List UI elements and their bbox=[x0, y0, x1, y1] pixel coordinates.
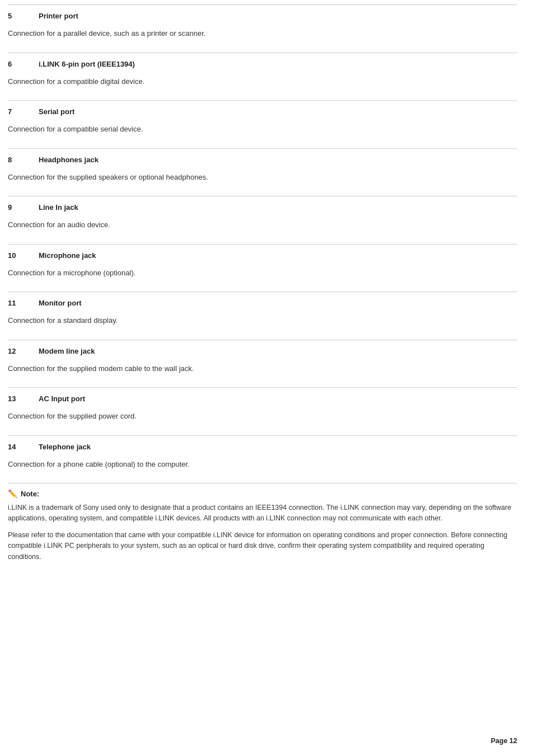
section-body-13: Connection for the supplied power cord. bbox=[8, 408, 517, 430]
section-header-12: 12 Modem line jack bbox=[8, 340, 517, 361]
section-body-8: Connection for the supplied speakers or … bbox=[8, 170, 517, 191]
section-10: 10 Microphone jack Connection for a micr… bbox=[8, 244, 517, 287]
section-number-7: 7 bbox=[8, 107, 39, 116]
section-8: 8 Headphones jack Connection for the sup… bbox=[8, 148, 517, 191]
section-title-13: AC Input port bbox=[39, 395, 85, 403]
section-body-11: Connection for a standard display. bbox=[8, 313, 517, 334]
section-number-11: 11 bbox=[8, 299, 39, 307]
note-section: ✏️ Note: i.LINK is a trademark of Sony u… bbox=[8, 483, 517, 562]
section-title-5: Printer port bbox=[39, 12, 78, 20]
section-6: 6 i.LINK 6-pin port (IEEE1394) Connectio… bbox=[8, 53, 517, 95]
sections-container: 5 Printer port Connection for a parallel… bbox=[8, 4, 517, 477]
section-9: 9 Line In jack Connection for an audio d… bbox=[8, 196, 517, 238]
section-body-14: Connection for a phone cable (optional) … bbox=[8, 457, 517, 478]
section-number-5: 5 bbox=[8, 12, 39, 20]
section-title-6: i.LINK 6-pin port (IEEE1394) bbox=[39, 60, 135, 68]
section-number-6: 6 bbox=[8, 60, 39, 68]
section-header-6: 6 i.LINK 6-pin port (IEEE1394) bbox=[8, 53, 517, 74]
section-number-14: 14 bbox=[8, 443, 39, 451]
section-header-10: 10 Microphone jack bbox=[8, 244, 517, 265]
note-label: Note: bbox=[21, 490, 39, 498]
section-number-9: 9 bbox=[8, 203, 39, 212]
section-header-8: 8 Headphones jack bbox=[8, 148, 517, 170]
section-header-9: 9 Line In jack bbox=[8, 196, 517, 217]
section-header-7: 7 Serial port bbox=[8, 100, 517, 121]
section-14: 14 Telephone jack Connection for a phone… bbox=[8, 435, 517, 478]
section-13: 13 AC Input port Connection for the supp… bbox=[8, 387, 517, 430]
section-body-12: Connection for the supplied modem cable … bbox=[8, 361, 517, 382]
page-footer: Page 12 bbox=[491, 737, 517, 745]
section-5: 5 Printer port Connection for a parallel… bbox=[8, 4, 517, 47]
section-number-12: 12 bbox=[8, 347, 39, 355]
section-title-12: Modem line jack bbox=[39, 347, 95, 355]
section-body-9: Connection for an audio device. bbox=[8, 217, 517, 238]
section-title-8: Headphones jack bbox=[39, 156, 99, 164]
section-body-10: Connection for a microphone (optional). bbox=[8, 265, 517, 287]
note-icon: ✏️ bbox=[8, 489, 17, 498]
section-number-13: 13 bbox=[8, 395, 39, 403]
section-header-11: 11 Monitor port bbox=[8, 292, 517, 313]
section-title-11: Monitor port bbox=[39, 299, 82, 307]
section-header-14: 14 Telephone jack bbox=[8, 435, 517, 457]
section-7: 7 Serial port Connection for a compatibl… bbox=[8, 100, 517, 143]
section-number-10: 10 bbox=[8, 251, 39, 260]
note-paragraph-2: Please refer to the documentation that c… bbox=[8, 530, 517, 562]
section-title-7: Serial port bbox=[39, 107, 74, 116]
section-header-5: 5 Printer port bbox=[8, 4, 517, 26]
section-title-10: Microphone jack bbox=[39, 251, 96, 260]
section-11: 11 Monitor port Connection for a standar… bbox=[8, 292, 517, 334]
section-header-13: 13 AC Input port bbox=[8, 387, 517, 408]
section-body-5: Connection for a parallel device, such a… bbox=[8, 26, 517, 47]
section-title-9: Line In jack bbox=[39, 203, 78, 212]
section-body-6: Connection for a compatible digital devi… bbox=[8, 74, 517, 95]
page-number: Page 12 bbox=[491, 737, 517, 745]
note-header: ✏️ Note: bbox=[8, 489, 517, 498]
section-body-7: Connection for a compatible serial devic… bbox=[8, 121, 517, 143]
section-number-8: 8 bbox=[8, 156, 39, 164]
note-paragraph-1: i.LINK is a trademark of Sony used only … bbox=[8, 503, 517, 524]
section-title-14: Telephone jack bbox=[39, 443, 91, 451]
page-container: 5 Printer port Connection for a parallel… bbox=[0, 0, 534, 590]
note-paragraphs: i.LINK is a trademark of Sony used only … bbox=[8, 503, 517, 562]
section-12: 12 Modem line jack Connection for the su… bbox=[8, 340, 517, 382]
